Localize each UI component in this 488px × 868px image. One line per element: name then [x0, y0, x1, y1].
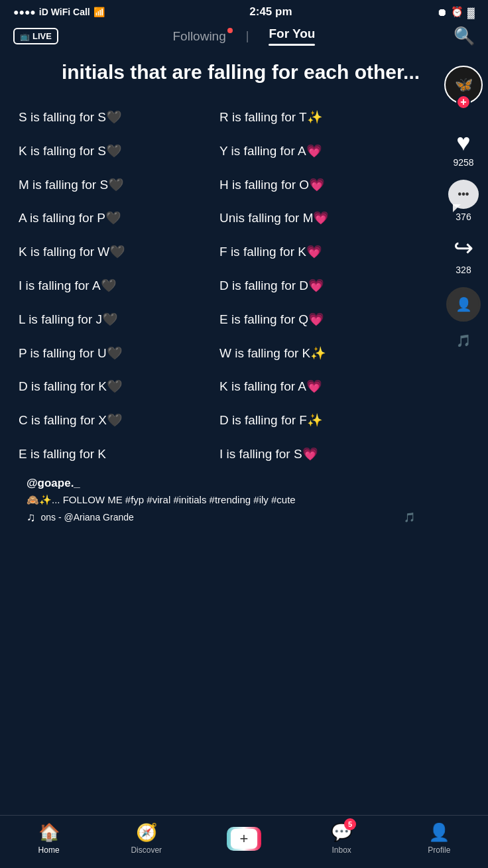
list-item: Unis falling for M💗: [214, 202, 415, 235]
bottom-overlay: @goape._ 🙈✨... FOLLOW ME #fyp #viral #in…: [13, 471, 468, 530]
nav-add[interactable]: +: [217, 827, 271, 851]
list-item: D is falling for F✨: [214, 404, 415, 438]
status-time: 2:45 pm: [249, 5, 292, 19]
like-button[interactable]: ♥ 9258: [453, 131, 473, 168]
likes-count: 9258: [453, 157, 473, 168]
live-label: LIVE: [32, 31, 52, 41]
nav-inbox[interactable]: 💬 5 Inbox: [315, 822, 368, 855]
list-item: C is falling for X🖤: [13, 404, 214, 438]
home-icon: 🏠: [38, 822, 60, 843]
initials-grid: S is falling for S🖤 R is falling for T✨ …: [13, 101, 468, 471]
inbox-badge: 5: [344, 818, 356, 830]
share-icon: ↪: [454, 234, 473, 262]
list-item: K is falling for W🖤: [13, 235, 214, 269]
carrier-label: iD WiFi Call: [39, 7, 90, 17]
list-item: D is falling for K🖤: [13, 370, 214, 404]
status-bar: ●●●● iD WiFi Call 📶 2:45 pm ⏺ ⏰ ▓: [0, 0, 488, 21]
list-item: M is falling for S🖤: [13, 168, 214, 202]
wifi-icon: 📶: [93, 7, 105, 17]
music-bar: ♫ ons - @Ariana Grande 🎵: [27, 511, 415, 525]
music-note-icon: ♫: [27, 511, 36, 525]
list-item: F is falling for K💗: [214, 235, 415, 269]
list-item: H is falling for O💗: [214, 168, 415, 202]
inbox-icon-container: 💬 5: [331, 822, 352, 843]
record-icon: ⏺: [437, 7, 447, 18]
nav-tabs: Following | For You: [173, 27, 316, 46]
add-button[interactable]: +: [227, 827, 261, 851]
list-item: E is falling for Q💗: [214, 303, 415, 337]
share-button[interactable]: ↪ 328: [454, 234, 473, 275]
music-avatar: 👤: [446, 287, 481, 322]
list-item: K is falling for A💗: [214, 370, 415, 404]
right-actions: 🦋 + ♥ 9258 ••• 376 ↪ 328 👤 🎵: [444, 66, 483, 348]
bottom-spacer: [0, 536, 488, 596]
creator-handle[interactable]: @goape._: [27, 477, 415, 490]
list-item: W is falling for K✨: [214, 337, 415, 371]
tv-icon: 📺: [20, 32, 30, 41]
profile-label: Profile: [428, 845, 450, 855]
discover-icon: 🧭: [136, 822, 157, 843]
list-item: Y is falling for A💗: [214, 135, 415, 168]
nav-home[interactable]: 🏠 Home: [23, 822, 76, 855]
creator-avatar-container[interactable]: 🦋 +: [444, 66, 483, 104]
list-item: P is falling for U🖤: [13, 337, 214, 371]
comment-button[interactable]: ••• 376: [448, 180, 479, 222]
video-title: initials that are falling for each other…: [13, 59, 468, 85]
comments-count: 376: [456, 212, 471, 222]
battery-icon: ▓: [467, 7, 475, 18]
inbox-label: Inbox: [332, 845, 351, 855]
list-item: I is falling for S💗: [214, 438, 415, 471]
notification-dot: [227, 28, 233, 33]
status-left: ●●●● iD WiFi Call 📶: [13, 7, 105, 17]
list-item: A is falling for P🖤: [13, 202, 214, 235]
list-item: S is falling for S🖤: [13, 101, 214, 135]
tab-divider: |: [246, 29, 249, 43]
list-item: D is falling for D💗: [214, 269, 415, 303]
nav-discover[interactable]: 🧭 Discover: [120, 822, 173, 855]
follow-plus-button[interactable]: +: [456, 95, 471, 109]
heart-icon: ♥: [456, 131, 470, 155]
search-button[interactable]: 🔍: [454, 26, 475, 46]
discover-label: Discover: [131, 845, 162, 855]
main-content: 🦋 + ♥ 9258 ••• 376 ↪ 328 👤 🎵 initials th…: [0, 52, 488, 536]
signal-icon: ●●●●: [13, 7, 36, 17]
home-label: Home: [38, 845, 60, 855]
list-item: L is falling for J🖤: [13, 303, 214, 337]
list-item: R is falling for T✨: [214, 101, 415, 135]
live-button[interactable]: 📺 LIVE: [13, 28, 58, 44]
for-you-tab[interactable]: For You: [269, 27, 315, 46]
profile-icon: 👤: [428, 822, 450, 843]
list-item: I is falling for A🖤: [13, 269, 214, 303]
following-tab[interactable]: Following: [173, 29, 226, 44]
music-note-float: 🎵: [456, 334, 471, 348]
list-item: E is falling for K: [13, 438, 214, 471]
comment-icon: •••: [448, 180, 479, 209]
list-item: K is falling for S🖤: [13, 135, 214, 168]
bottom-nav: 🏠 Home 🧭 Discover + 💬 5 Inbox 👤 Profile: [0, 815, 488, 868]
shares-count: 328: [456, 265, 471, 275]
plus-icon: +: [231, 829, 257, 849]
nav-bar: 📺 LIVE Following | For You 🔍: [0, 21, 488, 52]
nav-profile[interactable]: 👤 Profile: [412, 822, 465, 855]
caption-text: 🙈✨... FOLLOW ME #fyp #viral #initials #t…: [27, 493, 415, 507]
music-note-end-icon: 🎵: [404, 512, 415, 523]
status-right: ⏺ ⏰ ▓: [437, 6, 475, 18]
music-label: ons - @Ariana Grande: [41, 512, 134, 523]
alarm-icon: ⏰: [451, 6, 463, 18]
